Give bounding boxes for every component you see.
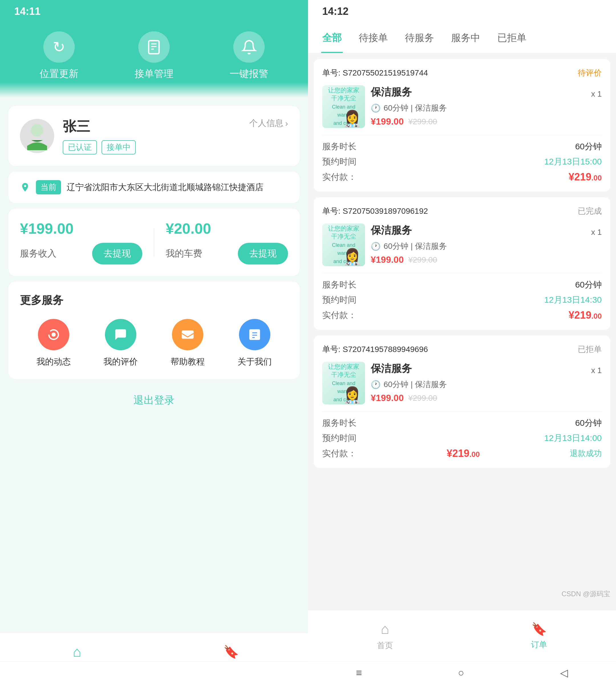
location-tag: 当前 bbox=[36, 180, 61, 195]
emergency-icon[interactable] bbox=[233, 31, 265, 63]
right-orders-icon: 🔖 bbox=[531, 621, 547, 636]
user-card: 张三 已认证 接单中 个人信息 › bbox=[8, 106, 300, 166]
back-btn-right[interactable]: ◁ bbox=[560, 667, 568, 679]
location-update-icon[interactable]: ↻ bbox=[43, 31, 75, 63]
order-item-3: 让您的家家干净无尘Clean and warmand cozy 👩‍⚕️ 保洁服… bbox=[322, 362, 602, 405]
order-manage-icon[interactable] bbox=[138, 31, 170, 63]
user-badges: 已认证 接单中 bbox=[63, 140, 288, 155]
services-grid: 我的动态 我的评价 帮助教程 关于我们 bbox=[20, 319, 288, 368]
order-qty-1: x 1 bbox=[591, 90, 602, 99]
emergency-item[interactable]: 一键报警 bbox=[229, 31, 268, 81]
my-activity-item[interactable]: 我的动态 bbox=[37, 319, 71, 368]
help-item[interactable]: 帮助教程 bbox=[171, 319, 205, 368]
order-number-2: 单号: S720750391897096192 bbox=[322, 206, 428, 216]
my-activity-label: 我的动态 bbox=[37, 356, 71, 368]
price-current-2: ¥199.00 bbox=[371, 254, 404, 265]
car-fee-item: ¥20.00 我的车费 去提现 bbox=[166, 220, 288, 265]
order-header-3: 单号: S720741957889949696 已拒单 bbox=[322, 344, 602, 355]
duration-label-1: 服务时长 bbox=[322, 141, 356, 153]
finance-divider bbox=[154, 228, 154, 256]
order-footer-2: 服务时长 60分钟 预约时间 12月13日14:30 实付款： ¥219.00 bbox=[322, 273, 602, 321]
order-status-1: 待评价 bbox=[578, 68, 602, 78]
order-number-3: 单号: S720741957889949696 bbox=[322, 344, 428, 355]
tab-in-service[interactable]: 服务中 bbox=[443, 23, 489, 53]
duration-label-3: 服务时长 bbox=[322, 417, 356, 429]
home-btn-right[interactable]: ○ bbox=[458, 667, 464, 679]
right-time: 14:12 bbox=[322, 5, 349, 17]
right-nav-orders[interactable]: 🔖 订单 bbox=[462, 610, 616, 661]
left-top-icons: ↻ 位置更新 接单管理 一键报警 bbox=[12, 31, 296, 81]
location-update-label: 位置更新 bbox=[40, 67, 79, 81]
home-icon: ⌂ bbox=[73, 643, 81, 660]
left-header: ↻ 位置更新 接单管理 一键报警 bbox=[0, 23, 308, 97]
order-footer-1: 服务时长 60分钟 预约时间 12月13日15:00 实付款： ¥219.00 bbox=[322, 135, 602, 183]
order-details-1: 保洁服务 x 1 🕐 60分钟 | 保洁服务 ¥199.00 ¥299.00 bbox=[371, 85, 602, 128]
clock-icon-1: 🕐 bbox=[371, 104, 381, 113]
order-manage-label: 接单管理 bbox=[135, 67, 173, 81]
order-status-3: 已拒单 bbox=[578, 344, 602, 355]
order-price-2: ¥199.00 ¥299.00 bbox=[371, 254, 602, 265]
help-icon bbox=[172, 319, 203, 350]
order-number-1: 单号: S720755021519519744 bbox=[322, 68, 428, 78]
svg-rect-0 bbox=[149, 41, 159, 53]
order-item-2: 让您的家家干净无尘Clean and warmand cozy 👩‍⚕️ 保洁服… bbox=[322, 224, 602, 266]
tab-pending-service[interactable]: 待服务 bbox=[396, 23, 443, 53]
profile-link[interactable]: 个人信息 › bbox=[249, 117, 288, 129]
location-update-item[interactable]: ↻ 位置更新 bbox=[40, 31, 79, 81]
right-nav-home[interactable]: ⌂ 首页 bbox=[308, 610, 462, 661]
svg-point-5 bbox=[51, 333, 56, 337]
withdraw-car-btn[interactable]: 去提现 bbox=[238, 243, 288, 265]
emergency-label: 一键报警 bbox=[229, 67, 268, 81]
order-details-2: 保洁服务 x 1 🕐 60分钟 | 保洁服务 ¥199.00 ¥299.00 bbox=[371, 224, 602, 266]
user-avatar bbox=[20, 119, 54, 153]
appointment-label-2: 预约时间 bbox=[322, 294, 356, 306]
about-item[interactable]: 关于我们 bbox=[238, 319, 272, 368]
duration-label-2: 服务时长 bbox=[322, 279, 356, 291]
my-review-item[interactable]: 我的评价 bbox=[104, 319, 138, 368]
service-name-2: 保洁服务 bbox=[371, 224, 412, 237]
logout-section[interactable]: 退出登录 bbox=[133, 393, 175, 407]
order-item-1: 让您的家家干净无尘Clean and warmand cozy 👩‍⚕️ 保洁服… bbox=[322, 85, 602, 128]
menu-btn-right[interactable]: ≡ bbox=[356, 667, 362, 679]
left-time: 14:11 bbox=[14, 5, 41, 17]
location-icon bbox=[20, 182, 30, 192]
price-current-1: ¥199.00 bbox=[371, 116, 404, 127]
logout-btn[interactable]: 退出登录 bbox=[133, 393, 175, 407]
right-panel: 14:12 全部 待接单 待服务 服务中 已拒单 单号: S7207550215… bbox=[308, 0, 616, 684]
finance-section: ¥199.00 服务收入 去提现 ¥20.00 我的车费 去提现 bbox=[8, 209, 300, 276]
appointment-value-1: 12月13日15:00 bbox=[544, 156, 602, 167]
order-card-3: 单号: S720741957889949696 已拒单 让您的家家干净无尘Cle… bbox=[314, 336, 610, 468]
order-card-2: 单号: S720750391897096192 已完成 让您的家家干净无尘Cle… bbox=[314, 197, 610, 330]
about-label: 关于我们 bbox=[238, 356, 272, 368]
order-meta-2: 🕐 60分钟 | 保洁服务 bbox=[371, 241, 602, 252]
clock-icon-3: 🕐 bbox=[371, 380, 381, 389]
total-label-1: 实付款： bbox=[322, 171, 356, 183]
verified-badge: 已认证 bbox=[63, 140, 97, 155]
total-amount-2: ¥219.00 bbox=[569, 309, 602, 321]
refund-tag-3: 退款成功 bbox=[570, 448, 602, 459]
service-name-3: 保洁服务 bbox=[371, 362, 412, 375]
order-header-1: 单号: S720755021519519744 待评价 bbox=[322, 68, 602, 78]
my-review-label: 我的评价 bbox=[104, 356, 138, 368]
order-meta-3: 🕐 60分钟 | 保洁服务 bbox=[371, 379, 602, 390]
order-img-1: 让您的家家干净无尘Clean and warmand cozy 👩‍⚕️ bbox=[322, 85, 365, 128]
total-amount-1: ¥219.00 bbox=[569, 171, 602, 183]
orders-list: 单号: S720755021519519744 待评价 让您的家家干净无尘Cle… bbox=[308, 53, 616, 610]
order-manage-item[interactable]: 接单管理 bbox=[135, 31, 173, 81]
tab-all[interactable]: 全部 bbox=[314, 23, 350, 53]
tab-pending-accept[interactable]: 待接单 bbox=[350, 23, 396, 53]
appointment-value-2: 12月13日14:30 bbox=[544, 294, 602, 306]
clock-icon-2: 🕐 bbox=[371, 242, 381, 251]
svg-rect-7 bbox=[249, 329, 260, 340]
order-img-3: 让您的家家干净无尘Clean and warmand cozy 👩‍⚕️ bbox=[322, 362, 365, 405]
tab-rejected[interactable]: 已拒单 bbox=[489, 23, 535, 53]
right-system-bar: ≡ ○ ◁ bbox=[308, 661, 616, 684]
total-label-2: 实付款： bbox=[322, 310, 356, 321]
withdraw-service-btn[interactable]: 去提现 bbox=[92, 243, 142, 265]
service-name-1: 保洁服务 bbox=[371, 85, 412, 99]
order-status-2: 已完成 bbox=[578, 206, 602, 216]
duration-value-2: 60分钟 bbox=[575, 279, 602, 291]
more-services-title: 更多服务 bbox=[20, 293, 288, 307]
price-original-2: ¥299.00 bbox=[409, 255, 437, 265]
right-orders-label: 订单 bbox=[531, 639, 547, 650]
